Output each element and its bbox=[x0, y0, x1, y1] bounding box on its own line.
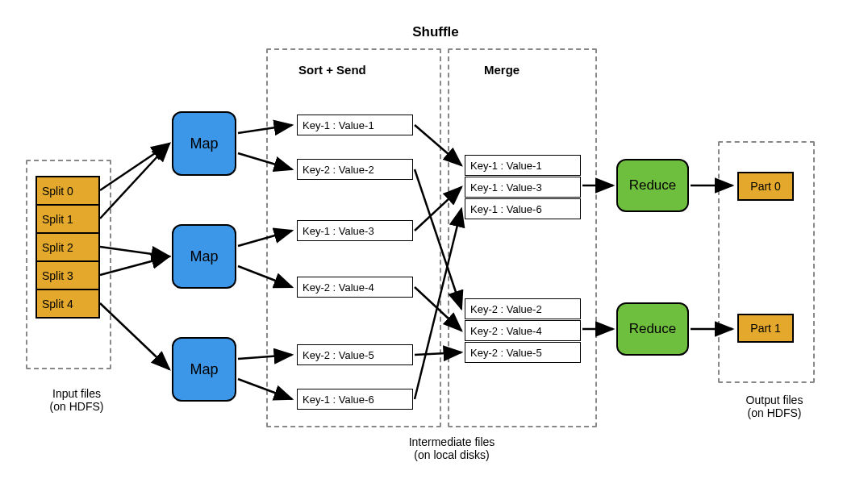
kv-sort-3: Key-1 : Value-3 bbox=[297, 220, 413, 241]
split-cell: Split 2 bbox=[36, 233, 99, 261]
reduce-box-2: Reduce bbox=[616, 302, 689, 356]
split-cell: Split 0 bbox=[36, 177, 99, 205]
output-caption-2: (on HDFS) bbox=[748, 406, 802, 419]
input-caption-1: Input files bbox=[52, 387, 101, 400]
input-caption: Input files (on HDFS) bbox=[36, 387, 117, 413]
split-cell: Split 4 bbox=[36, 289, 99, 318]
map-box-1: Map bbox=[172, 111, 236, 176]
intermediate-caption-2: (on local disks) bbox=[414, 448, 489, 461]
kv-merge-2-1: Key-2 : Value-2 bbox=[465, 298, 581, 319]
split-cell: Split 1 bbox=[36, 205, 99, 233]
shuffle-title: Shuffle bbox=[395, 24, 476, 40]
part-0: Part 0 bbox=[737, 172, 794, 201]
splits-table: Split 0 Split 1 Split 2 Split 3 Split 4 bbox=[35, 176, 100, 319]
merge-container bbox=[448, 48, 597, 427]
kv-sort-5: Key-2 : Value-5 bbox=[297, 344, 413, 365]
kv-merge-1-1: Key-1 : Value-1 bbox=[465, 155, 581, 176]
part-1: Part 1 bbox=[737, 314, 794, 343]
kv-sort-6: Key-1 : Value-6 bbox=[297, 389, 413, 410]
input-caption-2: (on HDFS) bbox=[50, 400, 104, 413]
kv-merge-2-2: Key-2 : Value-4 bbox=[465, 320, 581, 341]
kv-merge-2-3: Key-2 : Value-5 bbox=[465, 342, 581, 363]
output-caption-1: Output files bbox=[746, 394, 803, 406]
intermediate-caption-1: Intermediate files bbox=[409, 435, 495, 448]
map-box-3: Map bbox=[172, 337, 236, 402]
kv-sort-2: Key-2 : Value-2 bbox=[297, 159, 413, 180]
map-box-2: Map bbox=[172, 224, 236, 289]
intermediate-caption: Intermediate files (on local disks) bbox=[379, 435, 524, 461]
kv-sort-1: Key-1 : Value-1 bbox=[297, 115, 413, 135]
kv-merge-1-2: Key-1 : Value-3 bbox=[465, 177, 581, 198]
merge-title: Merge bbox=[484, 63, 520, 77]
output-caption: Output files (on HDFS) bbox=[734, 394, 815, 419]
split-cell: Split 3 bbox=[36, 261, 99, 289]
kv-merge-1-3: Key-1 : Value-6 bbox=[465, 198, 581, 219]
kv-sort-4: Key-2 : Value-4 bbox=[297, 277, 413, 298]
reduce-box-1: Reduce bbox=[616, 159, 689, 212]
sort-send-title: Sort + Send bbox=[298, 63, 366, 77]
